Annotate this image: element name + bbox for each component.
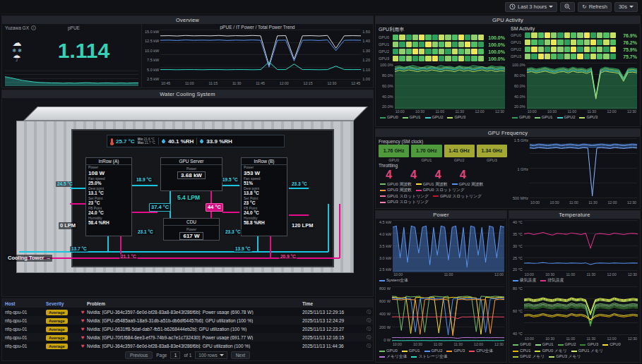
- legend-item[interactable]: GPU1: [535, 115, 553, 121]
- time-range-picker[interactable]: Last 3 hours: [505, 2, 557, 12]
- legend-item[interactable]: GPU1 周波数: [416, 182, 448, 188]
- col-problem[interactable]: Problem: [87, 301, 302, 306]
- legend-item[interactable]: GPU1 スロットリング: [380, 194, 429, 200]
- power-total-chart[interactable]: 4.5 kW4.0 kW3.5 kW3.0 kW2.5 kW10:0011:00…: [378, 220, 504, 285]
- heatmap-row: GPU3100.0%: [379, 56, 505, 61]
- legend-item[interactable]: ストレージ全体: [411, 354, 447, 360]
- legend-item[interactable]: GPU0: [512, 115, 530, 121]
- inrow-b-unit[interactable]: InRow (B) Power353 WFan speed51%Dew poin…: [241, 157, 287, 236]
- cdu-unit[interactable]: CDU Power 617 W: [163, 218, 220, 241]
- refresh-interval-dropdown[interactable]: 30s: [614, 2, 638, 12]
- legend-item[interactable]: CPU全体: [469, 348, 493, 354]
- alert-row[interactable]: nfg-gpu-01Average♥Nvidia: [GPU-364c3597-…: [2, 341, 373, 350]
- legend-item[interactable]: GPU3 スロットリング: [380, 200, 429, 205]
- previous-page-button[interactable]: Previous: [125, 351, 153, 359]
- legend-swatch: [558, 344, 564, 346]
- legend-item[interactable]: GPU2: [425, 115, 444, 121]
- legend-item[interactable]: メモリ全体: [379, 354, 407, 360]
- heatmap-cell: [610, 32, 616, 38]
- legend-item[interactable]: GPU1 メモリ: [571, 348, 603, 354]
- legend-item[interactable]: GPU3: [579, 115, 598, 121]
- alert-problem[interactable]: Nvidia: [GPU-d5485aa9-18a9-31db-a51b-db6…: [87, 318, 302, 323]
- legend-item[interactable]: CPU0: [602, 342, 620, 348]
- legend-item[interactable]: GPU3 メモリ: [549, 354, 581, 360]
- legend-item[interactable]: GPU3 周波数: [380, 188, 412, 193]
- gpu-server-unit[interactable]: GPU Server Power 3.68 kW: [160, 157, 222, 191]
- legend-item[interactable]: GPU0 周波数: [380, 182, 412, 188]
- legend-swatch: [447, 117, 453, 119]
- legend-item[interactable]: 吸気温度: [513, 278, 536, 284]
- legend-item[interactable]: GPU1: [403, 115, 421, 121]
- ppue-stat[interactable]: Yuzawa GX i pPUE ☁ ❄ ❄ ☂ 1.114: [2, 24, 142, 87]
- gpu-util-heatmap[interactable]: GPU利用率 GPU0100.0%GPU1100.0%GPU2100.0%GPU…: [379, 25, 505, 63]
- refresh-button[interactable]: ↻ Refresh: [578, 2, 612, 12]
- legend-item[interactable]: GPU3: [447, 115, 465, 121]
- power-header[interactable]: Power: [376, 211, 506, 219]
- heatmap-cell: [531, 47, 537, 52]
- legend-item[interactable]: 排気温度: [540, 278, 564, 284]
- inrow-a-unit[interactable]: InRow (A) Power108 WFan speed25.0%Dew po…: [85, 157, 132, 236]
- page-label: Page: [156, 353, 167, 358]
- overview-panel-header[interactable]: Overview: [2, 16, 373, 24]
- heatmap-cell: [425, 42, 431, 47]
- power-components-chart[interactable]: 800 W600 W400 W200 W0 W10:0010:3011:0011…: [378, 286, 504, 361]
- legend-item[interactable]: GPU0: [380, 115, 398, 121]
- alert-row[interactable]: nfg-gpu-01Average♥Nvidia: [GPU-364c3597-…: [2, 308, 373, 316]
- water-cooling-header[interactable]: Water Cooling System: [2, 90, 373, 98]
- col-severity[interactable]: Severity: [46, 301, 87, 306]
- legend-item[interactable]: GPU1: [402, 348, 420, 354]
- legend-item[interactable]: GPU2: [424, 348, 443, 354]
- legend-item[interactable]: GPU2 メモリ: [513, 354, 545, 360]
- sm-activity-heatmap[interactable]: SM Activity GPU076.9%GPU176.2%GPU275.9%G…: [511, 25, 637, 63]
- alert-problem[interactable]: Nvidia: [GPU-0631ff8-5daf-dab7-fb51-b626…: [87, 327, 302, 332]
- legend-swatch: [513, 356, 518, 358]
- legend-item[interactable]: GPU2 スロットリング: [433, 194, 482, 200]
- info-icon[interactable]: ⓘ: [364, 309, 373, 315]
- alert-problem[interactable]: Nvidia: [GPU-364c3597-6e0d-bf28-83a8-83e…: [87, 310, 302, 315]
- power-trend-chart[interactable]: 15.0 kW12.5 kW10.0 kW7.5 kW5.0 kW2.5 kW1…: [143, 30, 371, 87]
- alert-problem[interactable]: Nvidia: [GPU-70f1f684-6ee3-ef79-74b9-ac7…: [87, 335, 302, 340]
- alert-row[interactable]: nfg-gpu-01Average♥Nvidia: [GPU-70f1f684-…: [2, 333, 373, 341]
- gpu-frequency-header[interactable]: GPU Frequency: [376, 129, 640, 137]
- legend-item[interactable]: GPU0: [379, 348, 398, 354]
- zoom-out-button[interactable]: [560, 2, 575, 12]
- legend-item[interactable]: GPU3: [580, 342, 598, 348]
- info-icon[interactable]: ⓘ: [364, 326, 373, 332]
- legend-item[interactable]: GPU3: [446, 348, 465, 354]
- gpu-util-chart[interactable]: 100.0%80.0%60.0%40.0%20.0%10:0010:3011:0…: [379, 63, 505, 122]
- legend-item[interactable]: System全体: [379, 278, 408, 284]
- legend-item[interactable]: GPU0 スロットリング: [416, 188, 465, 193]
- info-icon[interactable]: ⓘ: [364, 343, 373, 349]
- page-number-input[interactable]: 1: [170, 351, 180, 359]
- temperature-components-chart[interactable]: 80 °C60 °C40 °C10:0010:3011:0011:3012:00…: [511, 286, 638, 361]
- legend-item[interactable]: GPU2: [557, 115, 576, 121]
- rows-per-page-select[interactable]: 100 rows: [195, 351, 227, 359]
- col-time[interactable]: Time: [302, 301, 364, 306]
- legend-item[interactable]: GPU2 周波数: [452, 182, 484, 188]
- info-icon[interactable]: ⓘ: [364, 334, 373, 341]
- umbrella-icon: ☂: [13, 54, 21, 63]
- legend-item[interactable]: GPU0: [513, 342, 531, 348]
- heatmap-cell: [399, 56, 405, 61]
- alert-row[interactable]: nfg-gpu-01Average♥Nvidia: [GPU-0631ff8-5…: [2, 324, 373, 333]
- heatmap-cell: [458, 42, 464, 47]
- gpu-frequency-chart[interactable]: 1.5 GHz1 GHz500 MHz10:0010:3011:0011:301…: [511, 138, 637, 206]
- info-icon[interactable]: i: [31, 25, 36, 30]
- legend-item[interactable]: GPU1: [535, 342, 554, 348]
- legend-swatch: [549, 356, 554, 358]
- heatmap-cell: [419, 56, 424, 61]
- gpu-activity-header[interactable]: GPU Activity: [376, 16, 640, 24]
- next-page-button[interactable]: Next: [231, 351, 250, 359]
- legend-item[interactable]: CPU1: [513, 348, 530, 354]
- temperature-air-chart[interactable]: 40 °C35 °C30 °C25 °C20 °C10:0010:3011:00…: [511, 220, 638, 285]
- col-host[interactable]: Host: [2, 301, 46, 306]
- sm-activity-chart[interactable]: 100.0%80.0%60.0%40.0%20.0%10:0010:3011:0…: [511, 63, 637, 122]
- alert-host: nfg-gpu-01: [2, 344, 46, 348]
- alerts-panel: Host Severity Problem Time nfg-gpu-01Ave…: [1, 298, 374, 361]
- temperature-header[interactable]: Temperature: [509, 211, 640, 219]
- info-icon[interactable]: ⓘ: [364, 317, 373, 324]
- legend-item[interactable]: GPU2: [558, 342, 576, 348]
- legend-item[interactable]: GPU0 メモリ: [535, 348, 566, 354]
- alert-problem[interactable]: Nvidia: [GPU-364c3597-6e0d-bf28-83a8-83e…: [87, 344, 302, 348]
- alert-row[interactable]: nfg-gpu-01Average♥Nvidia: [GPU-d5485aa9-…: [2, 316, 373, 324]
